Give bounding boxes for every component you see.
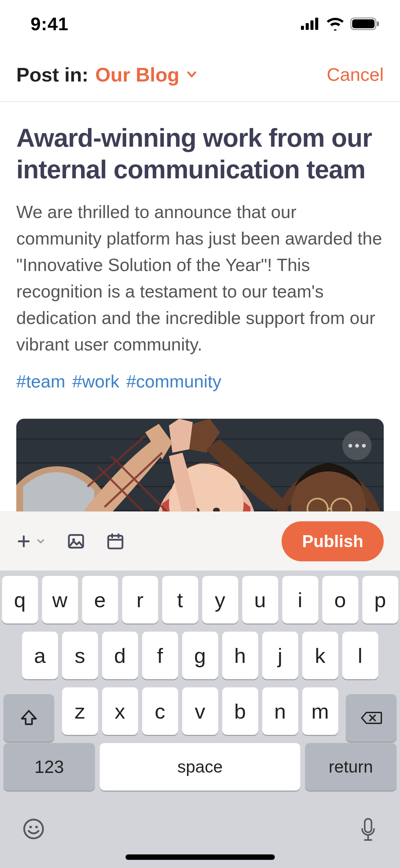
image-more-button[interactable]	[342, 431, 372, 460]
post-body-input[interactable]: We are thrilled to announce that our com…	[16, 199, 384, 358]
key-h[interactable]: h	[222, 632, 258, 679]
wifi-icon	[326, 17, 344, 31]
keyboard-row-4: 123 space return	[3, 743, 397, 791]
key-s[interactable]: s	[62, 632, 98, 679]
key-return[interactable]: return	[305, 743, 397, 791]
key-g[interactable]: g	[182, 632, 218, 679]
key-l[interactable]: l	[342, 632, 378, 679]
key-q[interactable]: q	[2, 576, 38, 623]
add-block-button[interactable]	[16, 534, 46, 549]
image-icon	[66, 532, 85, 551]
key-backspace[interactable]	[346, 694, 397, 742]
cancel-button[interactable]: Cancel	[327, 64, 384, 85]
editor-toolbar: Publish	[0, 511, 400, 571]
svg-rect-5	[352, 19, 375, 28]
svg-rect-0	[301, 26, 304, 30]
post-in-label: Post in:	[16, 63, 89, 86]
key-k[interactable]: k	[302, 632, 338, 679]
dictation-button[interactable]	[358, 817, 378, 846]
key-m[interactable]: m	[302, 687, 338, 735]
home-indicator[interactable]	[126, 854, 275, 860]
keyboard-row-1: q w e r t y u i o p	[3, 576, 397, 623]
key-b[interactable]: b	[222, 687, 258, 735]
post-hashtags[interactable]: #team #work #community	[16, 371, 384, 392]
key-space[interactable]: space	[100, 743, 300, 791]
key-j[interactable]: j	[262, 632, 298, 679]
emoji-icon	[22, 817, 45, 841]
publish-button[interactable]: Publish	[282, 521, 384, 561]
key-n[interactable]: n	[262, 687, 298, 735]
svg-point-34	[35, 826, 38, 828]
key-o[interactable]: o	[322, 576, 358, 623]
key-u[interactable]: u	[242, 576, 278, 623]
keyboard-row-2: a s d f g h j k l	[3, 632, 397, 679]
key-c[interactable]: c	[142, 687, 178, 735]
key-shift[interactable]	[3, 694, 54, 742]
keyboard-row-3: z x c v b n m	[3, 687, 397, 735]
svg-rect-35	[365, 819, 372, 832]
key-r[interactable]: r	[122, 576, 158, 623]
insert-date-button[interactable]	[106, 532, 125, 551]
shift-icon	[19, 708, 38, 727]
post-title-input[interactable]: Award-winning work from our internal com…	[16, 122, 384, 185]
insert-image-button[interactable]	[66, 532, 85, 551]
key-f[interactable]: f	[142, 632, 178, 679]
hashtag[interactable]: #team	[16, 372, 65, 391]
svg-rect-1	[306, 23, 309, 30]
hashtag[interactable]: #work	[72, 372, 119, 391]
key-i[interactable]: i	[282, 576, 318, 623]
key-e[interactable]: e	[82, 576, 118, 623]
compose-header: Post in: Our Blog Cancel	[0, 48, 400, 102]
status-time: 9:41	[31, 13, 69, 34]
status-bar: 9:41	[0, 0, 400, 48]
system-keyboard: q w e r t y u i o p a s d f g h j k l z …	[0, 571, 400, 868]
chevron-down-icon	[35, 536, 46, 547]
key-t[interactable]: t	[162, 576, 198, 623]
more-icon	[348, 444, 352, 448]
chevron-down-icon	[186, 68, 198, 80]
key-v[interactable]: v	[182, 687, 218, 735]
key-a[interactable]: a	[22, 632, 58, 679]
battery-icon	[350, 17, 380, 31]
key-y[interactable]: y	[202, 576, 238, 623]
hashtag[interactable]: #community	[126, 372, 221, 391]
key-x[interactable]: x	[102, 687, 138, 735]
destination-name: Our Blog	[95, 63, 179, 86]
svg-rect-28	[108, 536, 122, 548]
post-editor[interactable]: Award-winning work from our internal com…	[0, 102, 400, 405]
emoji-button[interactable]	[22, 817, 45, 842]
backspace-icon	[360, 710, 382, 726]
key-numbers[interactable]: 123	[3, 743, 95, 791]
svg-point-33	[29, 826, 32, 828]
key-z[interactable]: z	[62, 687, 98, 735]
cellular-icon	[301, 18, 320, 30]
svg-rect-2	[310, 20, 313, 30]
calendar-icon	[106, 532, 125, 551]
svg-rect-3	[315, 18, 318, 30]
key-p[interactable]: p	[362, 576, 398, 623]
status-icons	[301, 17, 380, 31]
microphone-icon	[358, 817, 378, 844]
svg-point-32	[24, 819, 43, 838]
plus-icon	[16, 534, 31, 549]
key-d[interactable]: d	[102, 632, 138, 679]
svg-rect-6	[377, 21, 379, 26]
post-in-destination: Our Blog	[95, 63, 198, 86]
post-destination-selector[interactable]: Post in: Our Blog	[16, 63, 198, 86]
key-w[interactable]: w	[42, 576, 78, 623]
